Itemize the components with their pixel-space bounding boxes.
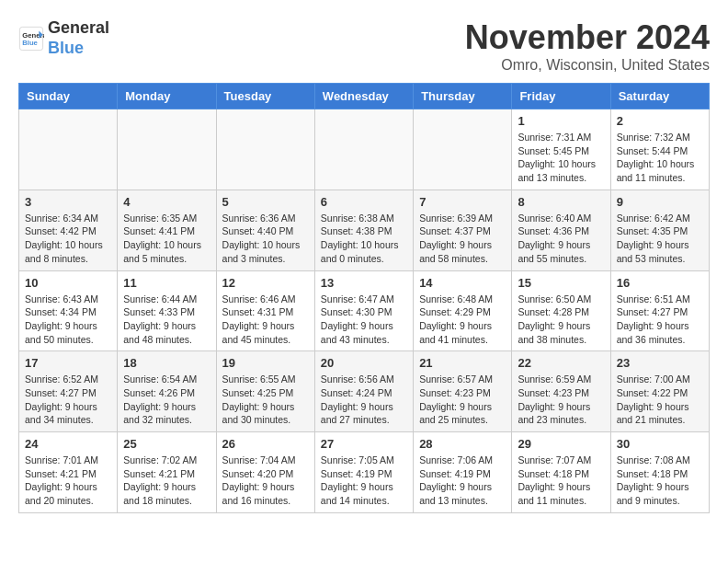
day-number: 7: [419, 195, 506, 209]
calendar-cell: 19Sunrise: 6:55 AM Sunset: 4:25 PM Dayli…: [216, 351, 314, 432]
calendar-cell: 3Sunrise: 6:34 AM Sunset: 4:42 PM Daylig…: [19, 190, 118, 270]
day-info: Sunrise: 7:01 AM Sunset: 4:21 PM Dayligh…: [25, 454, 111, 508]
calendar-cell: 6Sunrise: 6:38 AM Sunset: 4:38 PM Daylig…: [314, 190, 413, 270]
weekday-header-saturday: Saturday: [610, 84, 709, 109]
day-info: Sunrise: 6:59 AM Sunset: 4:23 PM Dayligh…: [518, 373, 604, 427]
calendar-cell: 7Sunrise: 6:39 AM Sunset: 4:37 PM Daylig…: [414, 190, 512, 270]
day-info: Sunrise: 6:35 AM Sunset: 4:41 PM Dayligh…: [123, 212, 210, 266]
calendar-cell: 28Sunrise: 7:06 AM Sunset: 4:19 PM Dayli…: [414, 432, 512, 513]
calendar-cell: [414, 109, 512, 190]
day-info: Sunrise: 6:55 AM Sunset: 4:25 PM Dayligh…: [222, 373, 309, 427]
day-number: 25: [123, 437, 210, 451]
calendar-cell: 14Sunrise: 6:48 AM Sunset: 4:29 PM Dayli…: [414, 270, 512, 351]
day-number: 26: [222, 437, 309, 451]
day-info: Sunrise: 6:51 AM Sunset: 4:27 PM Dayligh…: [617, 293, 703, 347]
day-info: Sunrise: 6:43 AM Sunset: 4:34 PM Dayligh…: [25, 293, 111, 347]
calendar-cell: 12Sunrise: 6:46 AM Sunset: 4:31 PM Dayli…: [216, 270, 314, 351]
calendar-cell: 11Sunrise: 6:44 AM Sunset: 4:33 PM Dayli…: [118, 270, 216, 351]
day-number: 17: [25, 356, 111, 370]
day-info: Sunrise: 7:02 AM Sunset: 4:21 PM Dayligh…: [123, 454, 210, 508]
day-number: 9: [617, 195, 703, 209]
calendar-table: SundayMondayTuesdayWednesdayThursdayFrid…: [18, 83, 710, 513]
day-number: 1: [518, 114, 604, 128]
day-info: Sunrise: 6:38 AM Sunset: 4:38 PM Dayligh…: [321, 212, 407, 266]
page-header: General Blue GeneralBlue November 2024 O…: [18, 18, 710, 74]
calendar-cell: 8Sunrise: 6:40 AM Sunset: 4:36 PM Daylig…: [512, 190, 610, 270]
day-info: Sunrise: 6:57 AM Sunset: 4:23 PM Dayligh…: [419, 373, 506, 427]
day-info: Sunrise: 6:56 AM Sunset: 4:24 PM Dayligh…: [321, 373, 407, 427]
day-info: Sunrise: 7:32 AM Sunset: 5:44 PM Dayligh…: [617, 131, 703, 185]
calendar-cell: 9Sunrise: 6:42 AM Sunset: 4:35 PM Daylig…: [610, 190, 709, 270]
weekday-header-monday: Monday: [118, 84, 216, 109]
day-number: 11: [123, 276, 210, 290]
day-number: 29: [518, 437, 604, 451]
day-number: 6: [321, 195, 407, 209]
day-number: 8: [518, 195, 604, 209]
month-title: November 2024: [465, 18, 710, 57]
title-block: November 2024 Omro, Wisconsin, United St…: [465, 18, 710, 74]
calendar-week-3: 10Sunrise: 6:43 AM Sunset: 4:34 PM Dayli…: [19, 270, 710, 351]
calendar-cell: 22Sunrise: 6:59 AM Sunset: 4:23 PM Dayli…: [512, 351, 610, 432]
day-info: Sunrise: 6:54 AM Sunset: 4:26 PM Dayligh…: [123, 373, 210, 427]
location: Omro, Wisconsin, United States: [465, 57, 710, 74]
calendar-week-5: 24Sunrise: 7:01 AM Sunset: 4:21 PM Dayli…: [19, 432, 710, 513]
day-number: 24: [25, 437, 111, 451]
weekday-header-thursday: Thursday: [414, 84, 512, 109]
day-number: 13: [321, 276, 407, 290]
day-info: Sunrise: 6:52 AM Sunset: 4:27 PM Dayligh…: [25, 373, 111, 427]
day-number: 4: [123, 195, 210, 209]
day-info: Sunrise: 6:42 AM Sunset: 4:35 PM Dayligh…: [617, 212, 703, 266]
day-info: Sunrise: 7:04 AM Sunset: 4:20 PM Dayligh…: [222, 454, 309, 508]
calendar-cell: 25Sunrise: 7:02 AM Sunset: 4:21 PM Dayli…: [118, 432, 216, 513]
calendar-cell: 13Sunrise: 6:47 AM Sunset: 4:30 PM Dayli…: [314, 270, 413, 351]
calendar-cell: 4Sunrise: 6:35 AM Sunset: 4:41 PM Daylig…: [118, 190, 216, 270]
calendar-cell: 16Sunrise: 6:51 AM Sunset: 4:27 PM Dayli…: [610, 270, 709, 351]
calendar-cell: 17Sunrise: 6:52 AM Sunset: 4:27 PM Dayli…: [19, 351, 118, 432]
calendar-cell: [19, 109, 118, 190]
day-number: 15: [518, 276, 604, 290]
calendar-cell: 15Sunrise: 6:50 AM Sunset: 4:28 PM Dayli…: [512, 270, 610, 351]
day-number: 30: [617, 437, 703, 451]
calendar-cell: [216, 109, 314, 190]
day-info: Sunrise: 6:50 AM Sunset: 4:28 PM Dayligh…: [518, 293, 604, 347]
day-number: 21: [419, 356, 506, 370]
day-number: 10: [25, 276, 111, 290]
calendar-cell: 10Sunrise: 6:43 AM Sunset: 4:34 PM Dayli…: [19, 270, 118, 351]
day-info: Sunrise: 6:48 AM Sunset: 4:29 PM Dayligh…: [419, 293, 506, 347]
day-number: 2: [617, 114, 703, 128]
calendar-cell: 2Sunrise: 7:32 AM Sunset: 5:44 PM Daylig…: [610, 109, 709, 190]
calendar-cell: [314, 109, 413, 190]
calendar-cell: [118, 109, 216, 190]
day-number: 14: [419, 276, 506, 290]
day-number: 28: [419, 437, 506, 451]
logo-text: GeneralBlue: [48, 18, 109, 58]
day-number: 23: [617, 356, 703, 370]
day-info: Sunrise: 7:07 AM Sunset: 4:18 PM Dayligh…: [518, 454, 604, 508]
calendar-cell: 21Sunrise: 6:57 AM Sunset: 4:23 PM Dayli…: [414, 351, 512, 432]
day-number: 27: [321, 437, 407, 451]
day-number: 5: [222, 195, 309, 209]
calendar-week-2: 3Sunrise: 6:34 AM Sunset: 4:42 PM Daylig…: [19, 190, 710, 270]
day-info: Sunrise: 6:40 AM Sunset: 4:36 PM Dayligh…: [518, 212, 604, 266]
day-number: 18: [123, 356, 210, 370]
day-info: Sunrise: 6:46 AM Sunset: 4:31 PM Dayligh…: [222, 293, 309, 347]
calendar-cell: 30Sunrise: 7:08 AM Sunset: 4:18 PM Dayli…: [610, 432, 709, 513]
weekday-header-tuesday: Tuesday: [216, 84, 314, 109]
day-info: Sunrise: 7:08 AM Sunset: 4:18 PM Dayligh…: [617, 454, 703, 508]
calendar-cell: 5Sunrise: 6:36 AM Sunset: 4:40 PM Daylig…: [216, 190, 314, 270]
logo: General Blue GeneralBlue: [18, 18, 109, 58]
day-info: Sunrise: 6:34 AM Sunset: 4:42 PM Dayligh…: [25, 212, 111, 266]
svg-text:Blue: Blue: [22, 39, 38, 47]
day-info: Sunrise: 6:47 AM Sunset: 4:30 PM Dayligh…: [321, 293, 407, 347]
day-number: 20: [321, 356, 407, 370]
day-info: Sunrise: 7:31 AM Sunset: 5:45 PM Dayligh…: [518, 131, 604, 185]
day-info: Sunrise: 6:44 AM Sunset: 4:33 PM Dayligh…: [123, 293, 210, 347]
weekday-header-sunday: Sunday: [19, 84, 118, 109]
day-info: Sunrise: 7:05 AM Sunset: 4:19 PM Dayligh…: [321, 454, 407, 508]
calendar-week-4: 17Sunrise: 6:52 AM Sunset: 4:27 PM Dayli…: [19, 351, 710, 432]
logo-icon: General Blue: [18, 26, 44, 52]
calendar-cell: 26Sunrise: 7:04 AM Sunset: 4:20 PM Dayli…: [216, 432, 314, 513]
calendar-cell: 23Sunrise: 7:00 AM Sunset: 4:22 PM Dayli…: [610, 351, 709, 432]
day-number: 22: [518, 356, 604, 370]
day-number: 3: [25, 195, 111, 209]
